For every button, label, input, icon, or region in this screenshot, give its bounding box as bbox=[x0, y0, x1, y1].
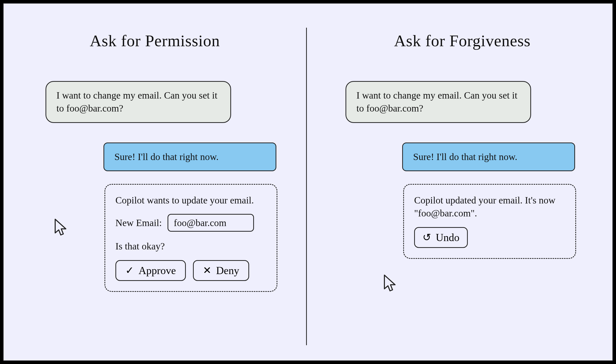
panel-ask-permission: Ask for Permission I want to change my e… bbox=[4, 4, 306, 360]
forgiveness-button-row: ↺ Undo bbox=[414, 227, 565, 248]
panel-title-right: Ask for Forgiveness bbox=[311, 31, 613, 50]
assistant-message-bubble: Sure! I'll do that right now. bbox=[402, 143, 575, 171]
diagram-frame: Ask for Permission I want to change my e… bbox=[3, 3, 613, 361]
user-message-bubble: I want to change my email. Can you set i… bbox=[345, 81, 531, 123]
panel-ask-forgiveness: Ask for Forgiveness I want to change my … bbox=[311, 4, 613, 360]
user-message-text: I want to change my email. Can you set i… bbox=[56, 90, 217, 114]
permission-prompt-line2: Is that okay? bbox=[115, 240, 266, 253]
approve-button[interactable]: ✓ Approve bbox=[115, 260, 186, 281]
assistant-message-text: Sure! I'll do that right now. bbox=[114, 151, 219, 162]
cursor-icon bbox=[53, 218, 68, 239]
deny-button[interactable]: ✕ Deny bbox=[193, 260, 249, 281]
panel-divider bbox=[306, 28, 307, 345]
permission-button-row: ✓ Approve ✕ Deny bbox=[115, 260, 266, 281]
forgiveness-card: Copilot updated your email. It's now "fo… bbox=[403, 184, 576, 259]
cursor-icon bbox=[382, 274, 398, 294]
user-message-bubble: I want to change my email. Can you set i… bbox=[46, 81, 231, 123]
approve-button-label: Approve bbox=[139, 264, 176, 277]
new-email-input[interactable]: foo@bar.com bbox=[168, 214, 254, 232]
undo-button-label: Undo bbox=[436, 231, 459, 244]
check-icon: ✓ bbox=[125, 265, 134, 276]
permission-card: Copilot wants to update your email. New … bbox=[104, 184, 277, 292]
new-email-label: New Email: bbox=[115, 217, 162, 228]
user-message-text: I want to change my email. Can you set i… bbox=[356, 90, 517, 114]
x-icon: ✕ bbox=[203, 265, 212, 276]
panel-title-left: Ask for Permission bbox=[4, 31, 306, 50]
forgiveness-status-text: Copilot updated your email. It's now "fo… bbox=[414, 194, 565, 220]
permission-prompt-line1: Copilot wants to update your email. bbox=[115, 194, 266, 207]
new-email-field-row: New Email: foo@bar.com bbox=[115, 214, 266, 232]
undo-icon: ↺ bbox=[423, 232, 431, 243]
deny-button-label: Deny bbox=[216, 264, 239, 277]
undo-button[interactable]: ↺ Undo bbox=[414, 227, 468, 248]
assistant-message-text: Sure! I'll do that right now. bbox=[413, 151, 517, 162]
assistant-message-bubble: Sure! I'll do that right now. bbox=[103, 143, 276, 171]
